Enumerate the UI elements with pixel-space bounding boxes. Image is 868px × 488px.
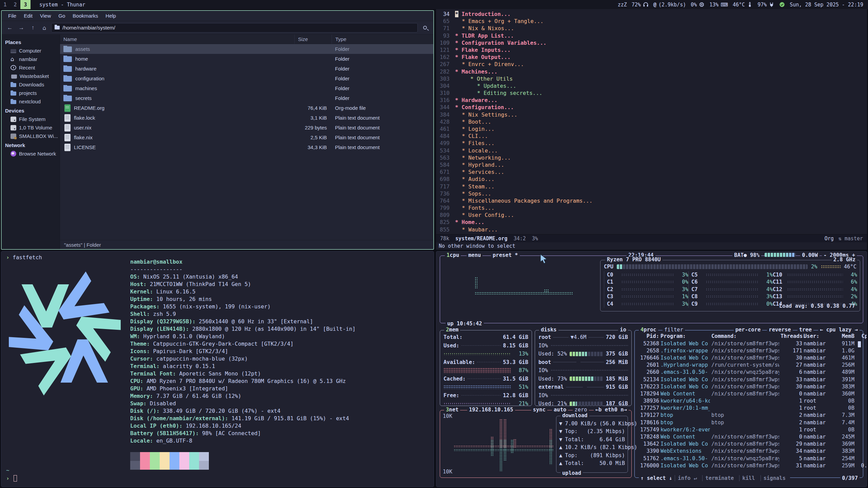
org-outline-line[interactable]: 384 * Nix Settings... xyxy=(436,111,867,118)
org-outline-line[interactable]: 809 * User Config... xyxy=(436,211,867,219)
net-interface[interactable]: ←b eth0 n→ xyxy=(594,407,629,413)
org-outline-line[interactable]: 671 * Services... xyxy=(436,168,867,176)
org-outline-line[interactable]: 584 * Hyprland... xyxy=(436,161,867,168)
menu-item[interactable]: File xyxy=(5,12,19,20)
process-row[interactable]: 176646 Isolated Web Co /nix/store/sm8fmr… xyxy=(635,354,863,361)
column-header-size[interactable]: Size xyxy=(294,35,332,44)
reverse-button[interactable]: reverse xyxy=(767,327,792,333)
sidebar-item[interactable]: projects xyxy=(2,89,60,97)
file-row[interactable]: flake.lock 3,1 KiB Plain text document xyxy=(60,113,433,123)
kill-button[interactable]: kill xyxy=(739,475,757,481)
org-outline-line[interactable]: 310 * Editing secrets... xyxy=(436,89,867,97)
sidebar-item[interactable]: Downloads xyxy=(2,80,60,89)
home-button[interactable]: ⌂ xyxy=(40,23,49,32)
forward-button[interactable]: → xyxy=(17,23,26,32)
file-row[interactable]: flake.nix 2,5 KiB Plain text document xyxy=(60,133,433,142)
per-core-button[interactable]: per-core xyxy=(734,327,763,333)
org-outline-line[interactable]: 93 * TLDR App List... xyxy=(436,32,867,39)
process-row[interactable]: 2660 .emacs-31.0.50- /nix/store/wnqz5pa8… xyxy=(635,369,863,376)
file-row[interactable]: assets Folder xyxy=(60,44,433,54)
sort-mode[interactable]: ← cpu lazy → xyxy=(818,327,860,333)
tab-net[interactable]: 3net xyxy=(444,407,460,413)
tab-cpu[interactable]: 1cpu xyxy=(445,252,461,258)
sidebar-item[interactable]: Browse Network xyxy=(2,149,60,158)
net-zero-button[interactable]: zero xyxy=(573,407,589,413)
process-row[interactable]: 176000 Isolated Web Co /nix/store/sm8fmr… xyxy=(635,462,863,469)
file-row[interactable]: user.nix 229 bytes Plain text document xyxy=(60,123,433,133)
sidebar-item[interactable]: Recent xyxy=(2,63,60,72)
file-row[interactable]: hardware Folder xyxy=(60,64,433,74)
up-button[interactable]: ↑ xyxy=(28,23,38,32)
org-outline-line[interactable]: 316 * Hardware... xyxy=(436,97,867,104)
menu-button[interactable]: menu xyxy=(467,252,482,258)
column-header-name[interactable]: Name xyxy=(60,35,294,44)
process-row[interactable]: 178616 btop btop 2 nambiar 7.4M 0.0 xyxy=(635,419,863,426)
tree-button[interactable]: tree xyxy=(797,327,813,333)
org-outline-line[interactable]: 282 * Machines... xyxy=(436,68,867,75)
org-outline-line[interactable]: 717 * Steam... xyxy=(436,183,867,190)
org-outline-line[interactable]: 484 * CLI... xyxy=(436,133,867,140)
org-outline-line[interactable]: 825 * Home... xyxy=(436,219,867,226)
org-outline-line[interactable]: 304 * Updates... xyxy=(436,82,867,89)
tab-mem[interactable]: 2mem xyxy=(444,327,460,333)
org-outline-line[interactable]: 428 * Boot... xyxy=(436,118,867,125)
select-hint[interactable]: ↑ select ↓ xyxy=(640,475,672,481)
process-row[interactable]: 13642 Isolated Web Co /nix/store/sm8fmrf… xyxy=(635,441,863,448)
file-row[interactable]: LICENSE 34,3 KiB Plain text document xyxy=(60,142,433,152)
back-button[interactable]: ← xyxy=(5,23,15,32)
io-mode-button[interactable]: io xyxy=(618,327,628,333)
workspace-button[interactable]: 2 xyxy=(10,0,20,9)
info-button[interactable]: info ↵ xyxy=(675,475,699,481)
process-row[interactable]: 2601 .Hyprland-wrapp /run/current-system… xyxy=(635,362,863,369)
process-row[interactable]: 178248 Web Content /nix/store/sm8fmrf3wp… xyxy=(635,433,863,440)
sidebar-item[interactable]: Computer xyxy=(2,46,60,55)
menu-item[interactable]: Bookmarks xyxy=(70,12,101,20)
process-row[interactable]: 3390 WebExtensions /nix/store/sm8fmrf3wp… xyxy=(635,448,863,455)
org-outline-line[interactable]: 461 * Login... xyxy=(436,125,867,133)
sidebar-item[interactable]: nextcloud xyxy=(2,97,60,106)
org-outline-line[interactable]: 563 * Networking... xyxy=(436,154,867,161)
org-outline-line[interactable]: 344 * Configuration... xyxy=(436,104,867,111)
file-row[interactable]: home Folder xyxy=(60,54,433,64)
proc-scrollbar[interactable] xyxy=(858,341,861,347)
org-outline-line[interactable]: 698 * Audio... xyxy=(436,176,867,183)
sidebar-item[interactable]: File System xyxy=(2,115,60,123)
process-row[interactable]: 51762 .emacs-31.0.50- /nix/store/wnqz5pa… xyxy=(635,455,863,462)
process-row[interactable]: 2658 .firefox-wrappe /nix/store/sm8fmrf3… xyxy=(635,347,863,354)
org-outline-line[interactable]: 34 * Introduction... xyxy=(436,11,867,18)
file-row[interactable]: machines Folder xyxy=(60,83,433,93)
sidebar-item[interactable]: nambiar xyxy=(2,55,60,63)
menu-item[interactable]: Help xyxy=(102,12,119,20)
menu-item[interactable]: View xyxy=(37,12,54,20)
org-outline-line[interactable]: 499 * Files... xyxy=(436,140,867,147)
org-outline-line[interactable]: 65 * Emacs + Org + Tangle... xyxy=(436,18,867,25)
file-row[interactable]: README.org 76,4 KiB Org-mode file xyxy=(60,103,433,113)
sidebar-item[interactable]: Wastebasket xyxy=(2,72,60,80)
path-bar[interactable]: /home/nambiar/system/ xyxy=(51,23,418,33)
menu-item[interactable]: Go xyxy=(55,12,68,20)
org-outline-line[interactable]: 736 * Sops... xyxy=(436,190,867,197)
file-row[interactable]: configuration Folder xyxy=(60,74,433,83)
signals-button[interactable]: signals xyxy=(761,475,788,481)
net-auto-button[interactable]: auto xyxy=(552,407,568,413)
org-outline-line[interactable]: 764 * Miscellaneous Packages and Program… xyxy=(436,197,867,204)
process-row[interactable]: 175749 kworker/6:2-even 1 root 0B 0.0 xyxy=(635,426,863,433)
process-row[interactable]: 38936 kworker/u64:6-kc 1 root 0B 0.0 xyxy=(635,398,863,405)
org-outline-line[interactable]: 799 * Fonts... xyxy=(436,204,867,211)
workspace-button[interactable]: 3 xyxy=(20,0,31,9)
file-row[interactable]: secrets Folder xyxy=(60,93,433,103)
org-outline-line[interactable]: 71 * Nix & Nixos... xyxy=(436,25,867,32)
org-outline-line[interactable]: 121 * Flake Inputs... xyxy=(436,46,867,54)
column-header-type[interactable]: Type xyxy=(332,35,433,44)
org-outline-line[interactable]: 162 * Flake Output... xyxy=(436,54,867,61)
proc-filter-button[interactable]: filter xyxy=(663,327,685,333)
net-sync-button[interactable]: sync xyxy=(531,407,547,413)
org-outline-line[interactable]: 109 * Configuration Variables... xyxy=(436,39,867,46)
process-row[interactable]: 52134 Isolated Web Co /nix/store/sm8fmrf… xyxy=(635,376,863,383)
workspace-button[interactable]: 1 xyxy=(0,0,10,9)
process-row[interactable]: 178294 Web Content /nix/store/sm8fmrf3wp… xyxy=(635,390,863,397)
process-row[interactable]: 177257 kworker/10:1-mm_ 1 root 0B 0.0 xyxy=(635,405,863,412)
org-outline-line[interactable]: 855 * Waubar... xyxy=(436,226,867,233)
preset-button[interactable]: preset * xyxy=(491,252,520,258)
tab-proc[interactable]: 4proc xyxy=(639,327,658,333)
